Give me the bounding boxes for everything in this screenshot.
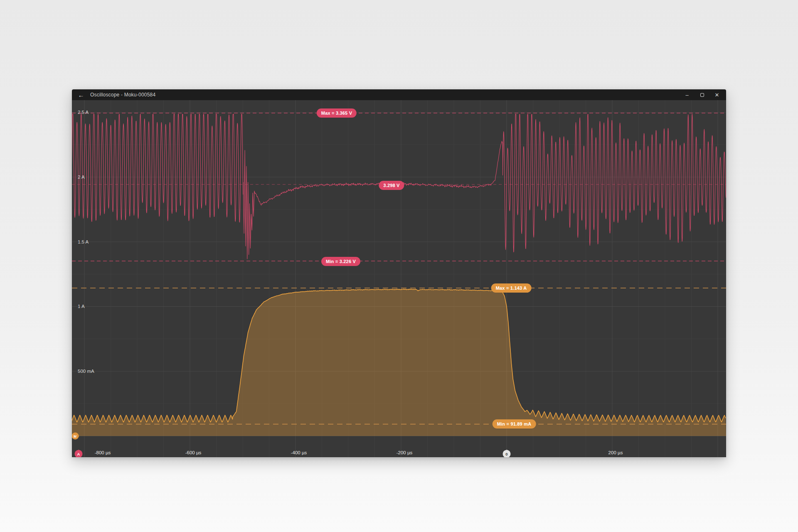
oscilloscope-window: ← Oscilloscope - Moku-000584 – ✕ 2.5 A 2… (72, 89, 726, 457)
current-min-badge[interactable]: Min = 91.89 mA (493, 419, 536, 429)
y-axis-label: 2 A (78, 175, 85, 180)
current-fill (72, 289, 726, 436)
x-axis-label: -400 µs (291, 450, 307, 455)
minimize-button[interactable]: – (680, 89, 695, 100)
close-button[interactable]: ✕ (709, 89, 724, 100)
trigger-channel-pin[interactable]: A (75, 450, 83, 458)
math-channel-pin[interactable]: M (72, 433, 79, 440)
y-axis-label: 1.5 A (78, 239, 89, 244)
time-zero-pin[interactable]: 0 (503, 450, 511, 458)
voltage-max-badge[interactable]: Max = 3.365 V (317, 108, 357, 118)
restore-icon (700, 93, 704, 97)
y-axis-label: 500 mA (78, 369, 94, 374)
current-max-badge[interactable]: Max = 1.143 A (491, 283, 532, 293)
restore-button[interactable] (695, 89, 709, 100)
voltage-mean-badge[interactable]: 3.298 V (379, 181, 404, 190)
window-controls: – ✕ (680, 89, 726, 100)
x-axis-label: 200 µs (608, 450, 623, 455)
x-axis-label: -600 µs (185, 450, 202, 455)
x-axis-label: -200 µs (397, 450, 413, 455)
title-bar: ← Oscilloscope - Moku-000584 – ✕ (72, 89, 726, 100)
back-arrow-icon[interactable]: ← (72, 91, 90, 99)
x-axis-label: -800 µs (95, 450, 111, 455)
y-axis-label: 2.5 A (78, 110, 89, 115)
scope-svg[interactable] (72, 100, 726, 457)
plot-area[interactable]: 2.5 A 2 A 1.5 A 1 A 500 mA -800 µs -600 … (72, 100, 726, 457)
voltage-min-badge[interactable]: Min = 3.226 V (321, 257, 360, 266)
y-axis-label: 1 A (78, 304, 85, 309)
window-title: Oscilloscope - Moku-000584 (90, 92, 155, 98)
